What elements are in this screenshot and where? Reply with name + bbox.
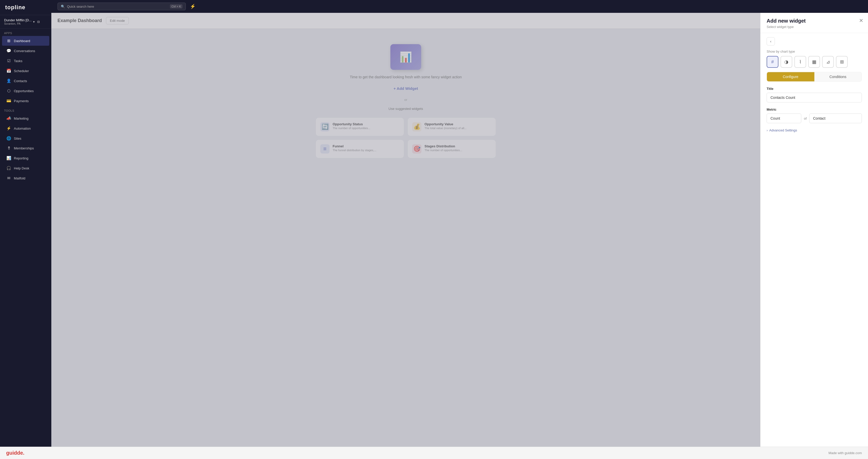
panel-title: Add new widget	[767, 18, 862, 24]
sidebar-item-label: Mailfold	[14, 176, 25, 180]
apps-section-label: Apps	[0, 29, 51, 36]
main-area: 🔍 Quick search here Ctrl + K ⚡ Example D…	[51, 0, 868, 459]
sidebar-item-reporting[interactable]: 📊 Reporting	[2, 153, 49, 163]
conditions-tab[interactable]: Conditions	[814, 72, 862, 81]
chart-type-section: Show by chart type #◑⌇▦⊿⊞	[761, 45, 868, 72]
sidebar-item-label: Scheduler	[14, 69, 29, 73]
org-location: Scranton, PA	[4, 22, 32, 25]
org-selector[interactable]: Dunder Mifflin [D... Scranton, PA ▾ ⊟	[0, 15, 51, 29]
automation-icon: ⚡	[6, 126, 11, 131]
tasks-icon: ☑	[6, 59, 11, 63]
chart-type-number-button[interactable]: #	[767, 56, 778, 68]
sidebar-item-sites[interactable]: 🌐 Sites	[2, 133, 49, 143]
close-button[interactable]: ✕	[859, 18, 863, 24]
chevron-down-icon: ▾	[33, 20, 35, 24]
metric-of: of	[804, 117, 807, 120]
chevron-right-icon: ›	[767, 128, 768, 132]
sidebar-item-label: Help Desk	[14, 166, 29, 170]
search-placeholder: Quick search here	[67, 5, 94, 8]
panel-subtitle: Select widget type	[767, 25, 862, 29]
chart-type-funnel-button[interactable]: ⊿	[822, 56, 834, 68]
dashboard-content: Example Dashboard Edit mode 📊 Time to ge…	[51, 13, 760, 459]
layout-icon: ⊟	[37, 20, 40, 24]
title-input[interactable]	[767, 93, 862, 102]
sidebar-item-label: Dashboard	[14, 39, 30, 43]
sidebar-item-label: Reporting	[14, 156, 28, 160]
sidebar-item-label: Sites	[14, 136, 21, 141]
reporting-icon: 📊	[6, 156, 11, 160]
search-shortcut: Ctrl + K	[170, 4, 183, 8]
helpdesk-icon: 🎧	[6, 166, 11, 171]
sites-icon: 🌐	[6, 136, 11, 141]
advanced-settings[interactable]: › Advanced Settings	[761, 128, 868, 132]
memberships-icon: 🎖	[6, 146, 11, 150]
metric-section: Metric Count of	[761, 108, 868, 128]
sidebar-item-tasks[interactable]: ☑ Tasks	[2, 56, 49, 66]
modal-overlay	[51, 13, 760, 459]
chart-type-label: Show by chart type	[767, 50, 862, 53]
sidebar-item-scheduler[interactable]: 📅 Scheduler	[2, 66, 49, 76]
chart-type-pie-button[interactable]: ◑	[780, 56, 792, 68]
dashboard-icon: ⊞	[6, 38, 11, 43]
sidebar-item-payments[interactable]: 💳 Payments	[2, 96, 49, 106]
marketing-icon: 📣	[6, 116, 11, 121]
sidebar-item-label: Marketing	[14, 117, 29, 120]
metric-contact-input[interactable]	[809, 114, 862, 123]
sidebar-item-marketing[interactable]: 📣 Marketing	[2, 114, 49, 123]
metric-label: Metric	[767, 108, 862, 112]
footer: guidde. Made with guidde.com	[0, 447, 868, 459]
sidebar-item-memberships[interactable]: 🎖 Memberships	[2, 144, 49, 153]
search-icon: 🔍	[61, 5, 65, 8]
sidebar-item-label: Tasks	[14, 59, 22, 63]
sidebar-item-label: Payments	[14, 99, 29, 103]
conversations-icon: 💬	[6, 49, 11, 53]
scheduler-icon: 📅	[6, 68, 11, 73]
sidebar-item-opportunities[interactable]: ⬡ Opportunities	[2, 86, 49, 96]
mailfold-icon: ✉	[6, 176, 11, 181]
sidebar-item-label: Automation	[14, 127, 31, 130]
sidebar-item-label: Conversations	[14, 49, 35, 53]
sidebar-item-label: Contacts	[14, 79, 27, 83]
right-panel: Add new widget Select widget type ✕ ‹ Sh…	[760, 13, 868, 459]
org-name: Dunder Mifflin [D...	[4, 18, 32, 22]
chart-type-line-button[interactable]: ⌇	[794, 56, 806, 68]
topbar: 🔍 Quick search here Ctrl + K ⚡	[51, 0, 868, 13]
sidebar-item-helpdesk[interactable]: 🎧 Help Desk	[2, 163, 49, 173]
metric-select[interactable]: Count	[767, 114, 801, 123]
chart-type-table-button[interactable]: ⊞	[836, 56, 848, 68]
tools-section-label: Tools	[0, 106, 51, 113]
sidebar-item-mailfold[interactable]: ✉ Mailfold	[2, 173, 49, 183]
payments-icon: 💳	[6, 99, 11, 103]
sidebar-item-automation[interactable]: ⚡ Automation	[2, 123, 49, 133]
title-section: Title	[761, 87, 868, 108]
sidebar: topline Dunder Mifflin [D... Scranton, P…	[0, 0, 51, 459]
configure-tab[interactable]: Configure	[767, 72, 814, 81]
sidebar-item-conversations[interactable]: 💬 Conversations	[2, 46, 49, 56]
advanced-settings-label: Advanced Settings	[769, 128, 797, 132]
back-button[interactable]: ‹	[767, 37, 775, 45]
search-bar[interactable]: 🔍 Quick search here Ctrl + K	[58, 3, 186, 10]
metric-row: Count of	[767, 114, 862, 123]
panel-header: Add new widget Select widget type ✕	[761, 13, 868, 33]
title-label: Title	[767, 87, 862, 91]
chart-type-bar-button[interactable]: ▦	[808, 56, 820, 68]
chart-type-options: #◑⌇▦⊿⊞	[767, 56, 862, 68]
sidebar-item-label: Memberships	[14, 146, 34, 150]
contacts-icon: 👤	[6, 79, 11, 83]
sidebar-item-contacts[interactable]: 👤 Contacts	[2, 76, 49, 86]
sidebar-item-dashboard[interactable]: ⊞ Dashboard	[2, 36, 49, 46]
footer-logo: guidde.	[6, 450, 24, 456]
bolt-icon[interactable]: ⚡	[190, 4, 195, 9]
panel-tabs: Configure Conditions	[767, 72, 862, 82]
app-logo: topline	[0, 0, 51, 15]
footer-text: Made with guidde.com	[829, 451, 862, 455]
sidebar-item-label: Opportunities	[14, 89, 34, 93]
opportunities-icon: ⬡	[6, 89, 11, 93]
